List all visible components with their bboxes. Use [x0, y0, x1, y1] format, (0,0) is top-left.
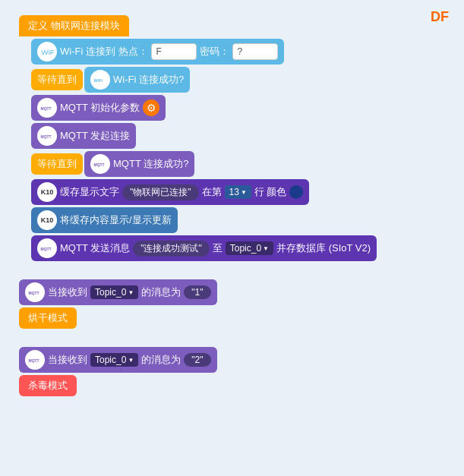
when-receive-2-row: MQTT 当接收到 Topic_0 的消息为 "2"	[19, 347, 449, 373]
wifi-success-block[interactable]: WiFi Wi-Fi 连接成功?	[84, 67, 190, 93]
wifi-connect-block[interactable]: WiFi Wi-Fi 连接到 热点： F 密码： ?	[31, 39, 284, 65]
k10-icon-2: K10	[37, 210, 57, 230]
display-buffer-row: K10 缓存显示文字 "物联网已连接" 在第 13 行 颜色	[19, 179, 449, 205]
dry-mode-label: 烘干模式	[28, 311, 68, 325]
wait-mqtt-row: 等待直到 MQTT MQTT 连接成功?	[19, 151, 449, 177]
update-buffer-block[interactable]: K10 将缓存内容显示/显示更新	[31, 207, 178, 233]
when-receive-1-block[interactable]: MQTT 当接收到 Topic_0 的消息为 "1"	[19, 279, 217, 305]
mqtt-icon-6: MQTT	[25, 350, 45, 370]
wifi-success-label: Wi-Fi 连接成功?	[113, 73, 184, 87]
msg-val-1: "1"	[184, 285, 210, 299]
wifi-connect-row: WiFi Wi-Fi 连接到 热点： F 密码： ?	[19, 39, 449, 65]
gear-icon[interactable]: ⚙	[143, 99, 159, 116]
mqtt-send-block[interactable]: MQTT MQTT 发送消息 "连接成功测试" 至 Topic_0 并存数据库 …	[31, 235, 377, 261]
at-row-label: 在第	[202, 185, 222, 199]
when-receive-2-block[interactable]: MQTT 当接收到 Topic_0 的消息为 "2"	[19, 347, 217, 373]
mqtt-connect-row: MQTT MQTT 发起连接	[19, 123, 449, 149]
row-color-label: 行 颜色	[254, 185, 287, 199]
receive-group-2: MQTT 当接收到 Topic_0 的消息为 "2" 杀毒模式	[19, 347, 449, 396]
disinfect-mode-row: 杀毒模式	[19, 375, 449, 396]
mqtt-connect-block[interactable]: MQTT MQTT 发起连接	[31, 123, 136, 149]
svg-text:MQTT: MQTT	[41, 106, 52, 111]
wifi-icon-2: WiFi	[90, 70, 110, 90]
section-gap-2	[19, 335, 449, 347]
wait-wifi-row: 等待直到 WiFi Wi-Fi 连接成功?	[19, 67, 449, 93]
wifi-password-value: ?	[238, 46, 243, 57]
svg-text:MQTT: MQTT	[94, 162, 105, 167]
send-message-value: "连接成功测试"	[133, 241, 210, 257]
mqtt-init-block[interactable]: MQTT MQTT 初始化参数 ⚙	[31, 95, 166, 121]
define-row: 定义 物联网连接模块	[19, 15, 449, 36]
topic-1-dropdown[interactable]: Topic_0	[90, 285, 138, 299]
mqtt-icon-1: MQTT	[37, 98, 57, 118]
iot-connected-value: "物联网已连接"	[122, 184, 199, 200]
svg-text:WiFi: WiFi	[94, 78, 103, 83]
disinfect-mode-label: 杀毒模式	[28, 379, 68, 392]
define-label: 定义	[28, 19, 48, 33]
topic-2-value: Topic_0	[95, 355, 126, 365]
mqtt-icon-5: MQTT	[25, 282, 45, 302]
save-db-label: 并存数据库 (SIoT V2)	[276, 241, 371, 255]
iot-module-label: 物联网连接模块	[51, 19, 120, 33]
canvas: DF 定义 物联网连接模块 WiFi Wi-Fi 连接到 热	[0, 0, 464, 476]
row-number-value: 13	[229, 187, 239, 197]
update-buffer-label: 将缓存内容显示/显示更新	[60, 213, 172, 227]
dry-mode-block[interactable]: 烘干模式	[19, 307, 77, 329]
k10-icon-1: K10	[37, 182, 57, 202]
wifi-icon: WiFi	[37, 42, 57, 61]
wait-mqtt-block[interactable]: 等待直到	[31, 153, 83, 175]
display-buffer-block[interactable]: K10 缓存显示文字 "物联网已连接" 在第 13 行 颜色	[31, 179, 309, 205]
wifi-password-input[interactable]: ?	[232, 43, 278, 60]
svg-text:MQTT: MQTT	[29, 291, 39, 295]
topic-2-dropdown[interactable]: Topic_0	[90, 353, 138, 367]
password-label: 密码：	[200, 45, 229, 58]
wait-until-label-2: 等待直到	[37, 157, 77, 171]
mqtt-init-label: MQTT 初始化参数	[60, 101, 140, 115]
wait-until-label: 等待直到	[37, 73, 77, 87]
svg-text:MQTT: MQTT	[29, 358, 39, 363]
row-number-dropdown[interactable]: 13	[225, 185, 251, 199]
mqtt-icon-2: MQTT	[37, 126, 57, 146]
when-receive-2-label: 当接收到	[48, 353, 87, 367]
msg-is-2-label: 的消息为	[141, 353, 181, 367]
topic-send-value: Topic_0	[230, 243, 261, 254]
main-layout: 定义 物联网连接模块 WiFi Wi-Fi 连接到 热点： F 密码	[8, 8, 456, 410]
svg-text:WiFi: WiFi	[42, 48, 55, 56]
define-iot-group: 定义 物联网连接模块 WiFi Wi-Fi 连接到 热点： F 密码	[19, 15, 449, 261]
wait-until-block[interactable]: 等待直到	[31, 69, 83, 90]
dry-mode-row: 烘干模式	[19, 307, 449, 329]
section-gap-1	[19, 267, 449, 279]
svg-text:MQTT: MQTT	[41, 134, 52, 139]
when-receive-1-row: MQTT 当接收到 Topic_0 的消息为 "1"	[19, 279, 449, 305]
mqtt-success-label: MQTT 连接成功?	[113, 157, 188, 171]
svg-text:MQTT: MQTT	[41, 247, 52, 251]
receive-group-1: MQTT 当接收到 Topic_0 的消息为 "1" 烘干模式	[19, 279, 449, 329]
mqtt-connect-label: MQTT 发起连接	[60, 129, 130, 143]
send-to-label: 至	[213, 241, 223, 255]
wifi-connect-label: Wi-Fi 连接到 热点：	[60, 45, 148, 58]
topic-send-dropdown[interactable]: Topic_0	[226, 241, 273, 255]
display-buffer-label: 缓存显示文字	[60, 185, 119, 199]
wifi-ssid-value: F	[156, 46, 162, 57]
mqtt-icon-3: MQTT	[90, 154, 110, 174]
msg-val-2: "2"	[184, 353, 210, 367]
topic-1-value: Topic_0	[95, 287, 126, 298]
mqtt-icon-4: MQTT	[37, 238, 57, 258]
mqtt-success-block[interactable]: MQTT MQTT 连接成功?	[84, 151, 194, 177]
mqtt-init-row: MQTT MQTT 初始化参数 ⚙	[19, 95, 449, 121]
mqtt-send-row: MQTT MQTT 发送消息 "连接成功测试" 至 Topic_0 并存数据库 …	[19, 235, 449, 261]
msg-is-1-label: 的消息为	[141, 285, 181, 299]
wifi-ssid-input[interactable]: F	[151, 43, 197, 60]
define-block[interactable]: 定义 物联网连接模块	[19, 15, 129, 36]
color-selector[interactable]	[289, 185, 303, 199]
disinfect-mode-block[interactable]: 杀毒模式	[19, 375, 77, 396]
when-receive-1-label: 当接收到	[48, 285, 87, 299]
update-buffer-row: K10 将缓存内容显示/显示更新	[19, 207, 449, 233]
mqtt-send-label: MQTT 发送消息	[60, 241, 130, 255]
